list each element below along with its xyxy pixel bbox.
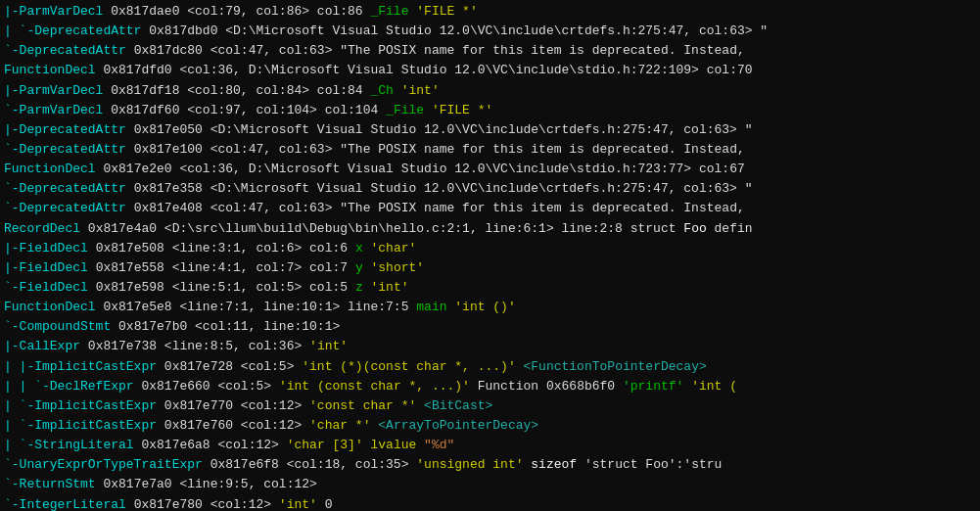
line-part: _File (386, 103, 424, 117)
line-part: 0x817e5e8 <line:7:1, line:10:1> line:7:5 (103, 300, 416, 314)
line-part: 'char [3]' lvalue (287, 438, 424, 452)
line-part: 0x817e508 <line:3:1, col:6> col:6 (96, 241, 355, 256)
terminal-line: FunctionDecl 0x817e5e8 <line:7:1, line:1… (4, 298, 976, 317)
terminal-line: FunctionDecl 0x817e2e0 <col:36, D:\Micro… (4, 160, 976, 179)
line-part: z (355, 280, 363, 295)
line-part: 0x817e6a8 <col:12> (141, 438, 286, 452)
terminal-line: `-CompoundStmt 0x817e7b0 <col:11, line:1… (4, 317, 976, 337)
line-part: |-ParmVarDecl (4, 83, 111, 98)
line-part: 0x817e2e0 <col:36, D:\Microsoft Visual S… (103, 162, 744, 176)
terminal-line: RecordDecl 0x817e4a0 <D:\src\llum\build\… (4, 219, 976, 239)
line-part: `-IntegerLiteral (4, 497, 134, 511)
line-part: | | `-DeclRefExpr (4, 379, 141, 394)
line-part: 0x817df60 <col:97, col:104> col:104 (111, 103, 386, 117)
line-part: 0x817dbd0 <D:\Microsoft Visual Studio 12… (149, 23, 768, 38)
terminal-line: | |-ImplicitCastExpr 0x817e728 <col:5> '… (4, 357, 976, 377)
terminal-output: |-ParmVarDecl 0x817dae0 <col:79, col:86>… (0, 0, 980, 511)
line-part: 0x817e100 <col:47, col:63> (134, 142, 341, 157)
line-part: 0x817dae0 <col:79, col:86> col:86 (111, 4, 370, 19)
line-part: 0x817e6f8 <col:18, col:35> (210, 457, 417, 472)
terminal-line: `-IntegerLiteral 0x817e780 <col:12> 'int… (4, 495, 976, 511)
line-part: 0x817e7a0 <line:9:5, col:12> (103, 477, 316, 491)
line-part: 'int (const char *, ...)' (279, 379, 478, 394)
terminal-line: `-DeprecatedAttr 0x817dc80 <col:47, col:… (4, 41, 976, 61)
line-part: | `-DeprecatedAttr (4, 23, 149, 38)
line-part: Function (478, 379, 546, 394)
line-part: "The POSIX name for this item is depreca… (340, 201, 744, 215)
line-part: 0 (317, 497, 333, 511)
line-part: 0x817df18 <col:80, col:84> col:84 (111, 83, 370, 98)
line-part: sizeof (531, 457, 577, 472)
line-part: 'unsigned int' (416, 457, 531, 472)
terminal-line: | `-ImplicitCastExpr 0x817e760 <col:12> … (4, 416, 976, 436)
terminal-line: |-ParmVarDecl 0x817dae0 <col:79, col:86>… (4, 2, 976, 22)
line-part: 'int ()' (447, 300, 516, 314)
line-part: `-UnaryExprOrTypeTraitExpr (4, 457, 210, 472)
line-part: _Ch (370, 83, 393, 98)
line-part: RecordDecl (4, 221, 88, 236)
terminal-line: | `-ImplicitCastExpr 0x817e770 <col:12> … (4, 396, 976, 416)
line-part: 0x817e760 <col:12> (164, 418, 309, 433)
line-part: 0x817e358 <D:\Microsoft Visual Studio 12… (134, 181, 753, 196)
line-part: `-DeprecatedAttr (4, 142, 134, 157)
line-part: 0x817dc80 <col:47, col:63> (134, 43, 341, 58)
line-part: `-FieldDecl (4, 280, 96, 295)
line-part: `-DeprecatedAttr (4, 181, 134, 196)
terminal-line: |-ParmVarDecl 0x817df18 <col:80, col:84>… (4, 81, 976, 101)
line-part: `-DeprecatedAttr (4, 201, 134, 215)
terminal-line: | `-DeprecatedAttr 0x817dbd0 <D:\Microso… (4, 22, 976, 41)
line-part: 0x817e780 <col:12> (134, 497, 279, 511)
line-part: 'int (*)(const char *, ...)' (302, 359, 523, 374)
terminal-line: `-DeprecatedAttr 0x817e100 <col:47, col:… (4, 140, 976, 160)
terminal-line: |-FieldDecl 0x817e558 <line:4:1, col:7> … (4, 258, 976, 278)
terminal-line: FunctionDecl 0x817dfd0 <col:36, D:\Micro… (4, 61, 976, 80)
line-part: |-DeprecatedAttr (4, 122, 134, 137)
terminal-line: |-CallExpr 0x817e738 <line:8:5, col:36> … (4, 337, 976, 356)
line-part: `-ParmVarDecl (4, 103, 111, 117)
terminal-line: `-ReturnStmt 0x817e7a0 <line:9:5, col:12… (4, 475, 976, 494)
line-part: 'int ( (683, 379, 737, 394)
line-part: | `-ImplicitCastExpr (4, 418, 164, 433)
line-part: FunctionDecl (4, 162, 103, 176)
line-part: x (355, 241, 363, 256)
terminal-line: `-DeprecatedAttr 0x817e408 <col:47, col:… (4, 199, 976, 218)
line-part: <FunctionToPointerDecay> (524, 359, 707, 374)
line-part: 'int' (363, 280, 409, 295)
line-part: 0x817e770 <col:12> (164, 398, 309, 413)
line-part: FunctionDecl (4, 300, 103, 314)
terminal-line: |-DeprecatedAttr 0x817e050 <D:\Microsoft… (4, 120, 976, 140)
line-part: <ArrayToPointerDecay> (378, 418, 538, 433)
line-part: 'char' (363, 241, 417, 256)
line-part: <BitCast> (424, 398, 492, 413)
line-part: main (416, 300, 446, 314)
line-part: "%d" (424, 438, 454, 452)
terminal-line: `-DeprecatedAttr 0x817e358 <D:\Microsoft… (4, 179, 976, 199)
line-part: Foo (683, 221, 706, 236)
line-part: |-FieldDecl (4, 260, 96, 275)
line-part: 'printf' (623, 379, 683, 394)
line-part: 0x817dfd0 <col:36, D:\Microsoft Visual S… (103, 63, 752, 77)
line-part: 0x668b6f0 (546, 379, 623, 394)
terminal-line: `-UnaryExprOrTypeTraitExpr 0x817e6f8 <co… (4, 455, 976, 475)
line-part: "The POSIX name for this item is depreca… (340, 43, 744, 58)
line-part: | |-ImplicitCastExpr (4, 359, 164, 374)
line-part: 0x817e728 <col:5> (164, 359, 302, 374)
line-part: 0x817e4a0 <D:\src\llum\build\Debug\bin\h… (88, 221, 684, 236)
terminal-line: `-ParmVarDecl 0x817df60 <col:97, col:104… (4, 101, 976, 120)
line-part: 0x817e408 <col:47, col:63> (134, 201, 341, 215)
line-part: 0x817e050 <D:\Microsoft Visual Studio 12… (134, 122, 753, 137)
line-part: `-ReturnStmt (4, 477, 103, 491)
line-part: 0x817e558 <line:4:1, col:7> col:7 (96, 260, 355, 275)
line-part: 0x817e7b0 <col:11, line:10:1> (118, 319, 340, 334)
line-part: 'FILE *' (408, 4, 477, 19)
line-part: "The POSIX name for this item is depreca… (340, 142, 744, 157)
line-part: 0x817e738 <line:8:5, col:36> (88, 339, 309, 353)
line-part: 'char *' (309, 418, 378, 433)
line-part: 'struct Foo':'stru (577, 457, 722, 472)
line-part: | `-StringLiteral (4, 438, 141, 452)
line-part: y (355, 260, 363, 275)
line-part: 'int' (309, 339, 348, 353)
line-part: 0x817e598 <line:5:1, col:5> col:5 (96, 280, 355, 295)
line-part: |-FieldDecl (4, 241, 96, 256)
terminal-line: | `-StringLiteral 0x817e6a8 <col:12> 'ch… (4, 436, 976, 455)
